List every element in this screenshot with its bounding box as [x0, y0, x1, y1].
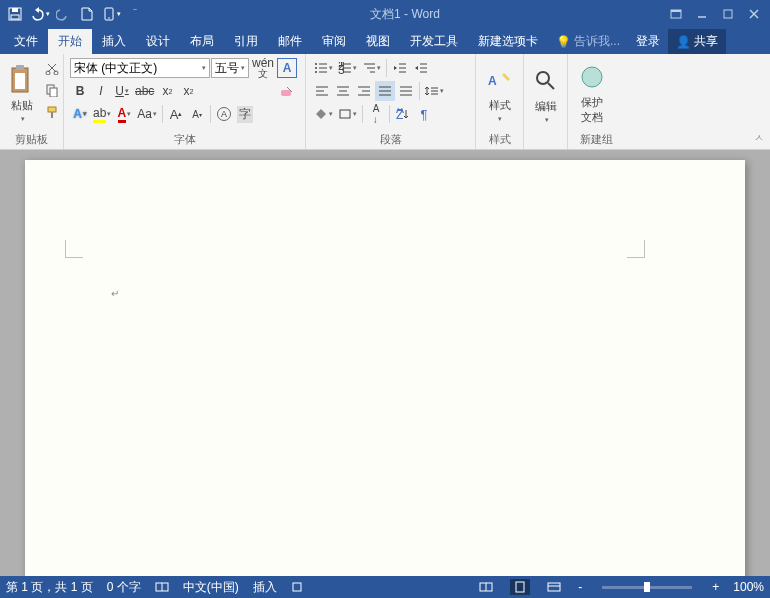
protect-doc-button[interactable]: 保护 文档 [572, 56, 612, 130]
bullets-button[interactable]: ▾ [312, 58, 335, 78]
tab-视图[interactable]: 视图 [356, 29, 400, 54]
strikethrough-button[interactable]: abc [133, 81, 156, 101]
group-label-editing [528, 133, 563, 149]
tab-新建选项卡[interactable]: 新建选项卡 [468, 29, 548, 54]
superscript-button[interactable]: x2 [178, 81, 198, 101]
borders-button[interactable]: ▾ [336, 104, 359, 124]
group-font: 宋体 (中文正文)▾ 五号▾ wén文 A B I U▾ abc x2 x2 A… [64, 54, 306, 149]
copy-button[interactable] [42, 80, 62, 100]
subscript-button[interactable]: x2 [157, 81, 177, 101]
underline-button[interactable]: U▾ [112, 81, 132, 101]
zoom-in-button[interactable]: + [712, 580, 719, 594]
paste-button[interactable]: 粘贴 ▾ [4, 56, 40, 130]
numbering-button[interactable]: 123▾ [336, 58, 359, 78]
decrease-indent-button[interactable] [390, 58, 410, 78]
undo-button[interactable]: ▾ [28, 3, 50, 25]
svg-rect-13 [15, 73, 25, 89]
align-justify-button[interactable] [375, 81, 395, 101]
tab-文件[interactable]: 文件 [4, 29, 48, 54]
insert-mode[interactable]: 插入 [253, 579, 277, 596]
tab-邮件[interactable]: 邮件 [268, 29, 312, 54]
zoom-thumb[interactable] [644, 582, 650, 592]
clear-format-button[interactable] [277, 81, 297, 101]
svg-rect-72 [516, 582, 524, 592]
web-layout-button[interactable] [544, 579, 564, 595]
login-button[interactable]: 登录 [628, 29, 668, 54]
tab-开始[interactable]: 开始 [48, 29, 92, 54]
italic-button[interactable]: I [91, 81, 111, 101]
format-painter-button[interactable] [42, 102, 62, 122]
minimize-button[interactable] [690, 3, 714, 25]
word-count[interactable]: 0 个字 [107, 579, 141, 596]
qat-customize[interactable]: ‾ [124, 3, 146, 25]
font-name-combo[interactable]: 宋体 (中文正文)▾ [70, 58, 210, 78]
shading-button[interactable]: ▾ [312, 104, 335, 124]
show-marks-button[interactable]: ¶ [414, 104, 434, 124]
tab-审阅[interactable]: 审阅 [312, 29, 356, 54]
char-border-button[interactable]: A [277, 58, 297, 78]
group-styles: A 样式▾ 样式 [476, 54, 524, 149]
align-distributed-button[interactable] [396, 81, 416, 101]
share-button[interactable]: 👤共享 [668, 29, 726, 54]
print-layout-button[interactable] [510, 579, 530, 595]
char-shading-button[interactable]: 字 [235, 104, 255, 124]
window-controls [664, 3, 766, 25]
proofing-button[interactable] [155, 581, 169, 593]
bold-button[interactable]: B [70, 81, 90, 101]
shrink-font-button[interactable]: A▾ [187, 104, 207, 124]
document-canvas[interactable]: ↵ [0, 150, 770, 576]
touch-mode-button[interactable]: ▾ [100, 3, 122, 25]
enclose-char-button[interactable]: A [214, 104, 234, 124]
cut-button[interactable] [42, 58, 62, 78]
group-clipboard: 粘贴 ▾ 剪贴板 [0, 54, 64, 149]
tab-设计[interactable]: 设计 [136, 29, 180, 54]
close-button[interactable] [742, 3, 766, 25]
editing-button[interactable]: 编辑▾ [528, 56, 564, 133]
text-effects-button[interactable]: A▾ [70, 104, 90, 124]
tab-插入[interactable]: 插入 [92, 29, 136, 54]
read-mode-button[interactable] [476, 579, 496, 595]
tab-引用[interactable]: 引用 [224, 29, 268, 54]
save-button[interactable] [4, 3, 26, 25]
line-spacing-button[interactable]: ▾ [423, 81, 446, 101]
tab-开发工具[interactable]: 开发工具 [400, 29, 468, 54]
page[interactable]: ↵ [25, 160, 745, 576]
increase-indent-button[interactable] [411, 58, 431, 78]
clipboard-icon [6, 64, 38, 96]
group-label-styles: 样式 [480, 130, 519, 149]
text-direction-button[interactable]: A↓ [366, 104, 386, 124]
group-editing: 编辑▾ [524, 54, 568, 149]
styles-icon: A [484, 64, 516, 96]
grow-font-button[interactable]: A▴ [166, 104, 186, 124]
collapse-ribbon-button[interactable]: ㅅ [754, 131, 764, 145]
phonetic-guide-button[interactable]: wén文 [250, 58, 276, 78]
new-doc-button[interactable] [76, 3, 98, 25]
sort-button[interactable]: AZ [393, 104, 413, 124]
align-center-button[interactable] [333, 81, 353, 101]
svg-point-66 [582, 67, 602, 87]
zoom-slider[interactable] [602, 586, 692, 589]
svg-rect-17 [50, 88, 57, 97]
zoom-out-button[interactable]: - [578, 580, 582, 594]
multilevel-list-button[interactable]: ▾ [360, 58, 383, 78]
align-right-button[interactable] [354, 81, 374, 101]
group-label-font: 字体 [68, 130, 301, 149]
align-left-button[interactable] [312, 81, 332, 101]
quick-access-toolbar: ▾ ▾ ‾ [4, 3, 146, 25]
tab-布局[interactable]: 布局 [180, 29, 224, 54]
macro-button[interactable] [291, 581, 303, 593]
font-color-button[interactable]: A▾ [114, 104, 134, 124]
font-size-combo[interactable]: 五号▾ [211, 58, 249, 78]
ribbon-options-button[interactable] [664, 3, 688, 25]
maximize-button[interactable] [716, 3, 740, 25]
redo-button[interactable] [52, 3, 74, 25]
change-case-button[interactable]: Aa▾ [135, 104, 159, 124]
page-indicator[interactable]: 第 1 页，共 1 页 [6, 579, 93, 596]
styles-button[interactable]: A 样式▾ [480, 56, 519, 130]
zoom-level[interactable]: 100% [733, 580, 764, 594]
highlight-button[interactable]: ab▾ [91, 104, 113, 124]
find-icon [530, 65, 562, 97]
language-button[interactable]: 中文(中国) [183, 579, 239, 596]
tell-me-search[interactable]: 💡告诉我... [548, 29, 628, 54]
svg-point-4 [108, 17, 110, 19]
